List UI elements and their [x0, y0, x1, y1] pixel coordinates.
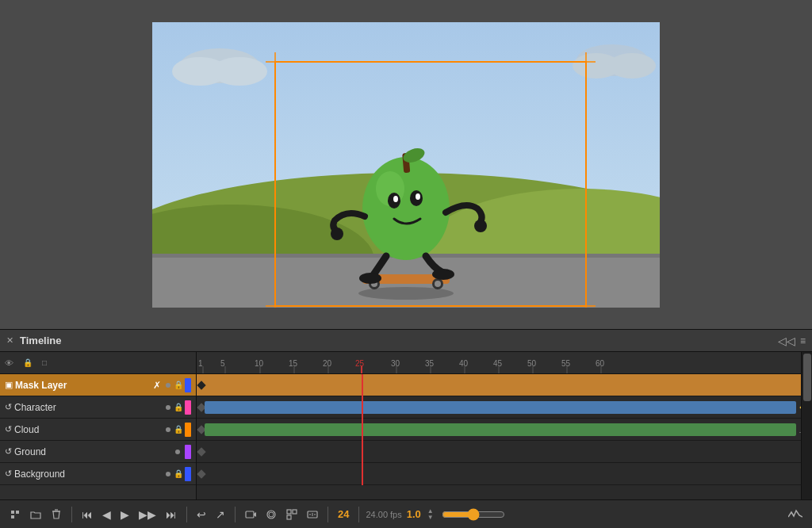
- panel-scroll-left-icon[interactable]: ◁◁: [778, 335, 795, 347]
- sync-button[interactable]: [283, 507, 301, 522]
- layer-name-mask: Mask Layer: [15, 380, 151, 391]
- track-row-cloud: →: [197, 419, 812, 441]
- track-row-mask: [197, 374, 812, 396]
- cloud-tween-bar: [205, 423, 796, 436]
- mask-layer-type-icon: ▣: [5, 380, 13, 390]
- svg-text:20: 20: [323, 359, 332, 368]
- mask-layer-color: [185, 378, 191, 392]
- waveform-button[interactable]: [785, 507, 806, 522]
- layers-panel: 👁 🔒 □ ▣ Mask Layer ✗ 🔒 ↺ Character 🔒: [0, 352, 197, 499]
- svg-text:45: 45: [493, 359, 503, 368]
- scene-canvas: [152, 22, 660, 308]
- cloud-layer-color: [185, 423, 191, 437]
- go-to-end-button[interactable]: ⏭: [163, 507, 180, 522]
- mask-keyframe-start: [197, 381, 205, 389]
- sep-5: [358, 507, 359, 522]
- panel-title: Timeline: [20, 335, 62, 346]
- frame-column-icon: □: [42, 358, 47, 367]
- timeline-ruler: 1 5 10 15 20 25 30: [197, 352, 812, 374]
- timeline-body: 👁 🔒 □ ▣ Mask Layer ✗ 🔒 ↺ Character 🔒: [0, 352, 812, 499]
- svg-text:40: 40: [459, 359, 469, 368]
- svg-rect-66: [11, 511, 14, 514]
- bg-keyframe-start: [197, 469, 205, 478]
- svg-point-28: [432, 269, 454, 280]
- new-folder-button[interactable]: [27, 507, 44, 522]
- zoom-slider-container: [442, 508, 779, 521]
- layer-name-cloud: Cloud: [14, 424, 163, 435]
- current-frame-display: 24: [338, 508, 349, 520]
- mask-layer-lock: 🔒: [174, 381, 183, 389]
- layer-name-character: Character: [14, 402, 163, 413]
- background-layer-dot: [166, 472, 170, 476]
- timeline-panel: ✕ Timeline ◁◁ ≡ 👁 🔒 □ ▣ Mask Layer ✗ 🔒: [0, 329, 812, 528]
- mask-layer-dot: [166, 383, 170, 388]
- scrollbar-thumb[interactable]: [803, 354, 811, 401]
- background-layer-color: [185, 467, 191, 481]
- svg-point-29: [358, 287, 454, 300]
- sep-4: [327, 507, 328, 522]
- panel-header: ✕ Timeline ◁◁ ≡: [0, 330, 812, 352]
- cloud-layer-lock: 🔒: [174, 425, 183, 434]
- zoom-down-arrow[interactable]: ▼: [427, 515, 434, 521]
- export-button[interactable]: ↗: [213, 507, 228, 522]
- svg-rect-77: [287, 515, 291, 519]
- character-layer-dot: [166, 405, 170, 410]
- zoom-display: 1.0: [407, 508, 421, 520]
- play-button[interactable]: ▶: [117, 507, 132, 522]
- layer-row-ground[interactable]: ↺ Ground: [0, 441, 196, 463]
- zoom-arrows: ▲ ▼: [427, 508, 434, 521]
- zoom-slider[interactable]: [442, 508, 505, 521]
- svg-point-27: [359, 273, 381, 284]
- step-forward-button[interactable]: ▶▶: [136, 507, 159, 522]
- ground-layer-dot: [175, 450, 180, 454]
- timecode-button[interactable]: [304, 507, 321, 522]
- delete-layer-button[interactable]: [48, 507, 65, 522]
- character-tween-bar: [205, 401, 796, 414]
- svg-text:60: 60: [596, 359, 605, 368]
- layer-row-cloud[interactable]: ↺ Cloud 🔒: [0, 419, 196, 441]
- go-to-start-button[interactable]: ⏮: [79, 507, 96, 522]
- layer-row-background[interactable]: ↺ Background 🔒: [0, 463, 196, 485]
- mask-layer-pencil-x: ✗: [153, 380, 161, 391]
- bottom-toolbar: ⏮ ◀ ▶ ▶▶ ⏭ ↩ ↗ 24 24.00 fps 1.0: [0, 499, 812, 528]
- layer-name-background: Background: [14, 469, 163, 480]
- cloud-layer-dot: [166, 427, 170, 432]
- panel-close-icon[interactable]: ✕: [6, 335, 13, 346]
- svg-text:25: 25: [355, 359, 365, 368]
- eye-column-icon: 👁: [5, 358, 13, 368]
- sep-3: [235, 507, 236, 522]
- ground-layer-type-icon: ↺: [5, 446, 12, 457]
- lock-column-icon: 🔒: [23, 358, 33, 367]
- sep-2: [186, 507, 187, 522]
- svg-point-26: [474, 220, 487, 232]
- fps-label: 24.00 fps: [366, 510, 401, 519]
- svg-point-74: [269, 512, 274, 517]
- svg-text:1: 1: [198, 359, 203, 368]
- background-layer-type-icon: ↺: [5, 469, 12, 479]
- svg-text:10: 10: [255, 359, 264, 368]
- camera-button[interactable]: [242, 508, 259, 521]
- background-layer-lock: 🔒: [174, 469, 183, 478]
- step-back-button[interactable]: ◀: [99, 507, 114, 522]
- onion-skin-button[interactable]: [262, 507, 280, 522]
- svg-rect-67: [16, 511, 19, 514]
- layer-row-character[interactable]: ↺ Character 🔒: [0, 396, 196, 419]
- svg-rect-68: [11, 515, 14, 518]
- new-layer-button[interactable]: [6, 507, 24, 522]
- svg-point-25: [331, 228, 343, 240]
- svg-rect-71: [246, 511, 254, 518]
- svg-point-3: [212, 57, 267, 86]
- svg-text:30: 30: [391, 359, 400, 368]
- loop-button[interactable]: ↩: [193, 507, 209, 522]
- panel-menu-icon[interactable]: ≡: [800, 335, 806, 346]
- cloud-layer-type-icon: ↺: [5, 424, 12, 434]
- character-layer-lock: 🔒: [174, 403, 183, 411]
- canvas-container: [152, 22, 660, 308]
- layer-row-mask[interactable]: ▣ Mask Layer ✗ 🔒: [0, 374, 196, 396]
- svg-rect-75: [287, 510, 291, 514]
- layer-name-ground: Ground: [14, 446, 172, 457]
- svg-text:15: 15: [289, 359, 298, 368]
- tracks-area: 1 5 10 15 20 25 30: [197, 352, 812, 499]
- timeline-scrollbar[interactable]: [801, 352, 812, 499]
- svg-text:5: 5: [220, 359, 225, 368]
